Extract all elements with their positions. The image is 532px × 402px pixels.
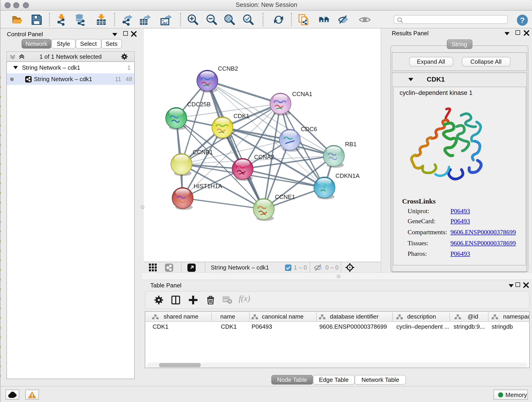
svg-text:RB1: RB1 [345,141,357,148]
svg-text:?: ? [520,16,525,25]
svg-text:CCNB2: CCNB2 [218,65,238,72]
svg-text:CCNA2: CCNA2 [254,153,274,160]
svg-text:CDC25B: CDC25B [187,101,211,108]
svg-text:HIST1H1A: HIST1H1A [194,183,222,190]
svg-text:CCNA1: CCNA1 [292,90,312,97]
svg-text:CCNE1: CCNE1 [275,193,295,200]
svg-text:CCNB1: CCNB1 [193,149,213,156]
svg-text:CDC6: CDC6 [301,126,317,133]
svg-text:CDKN1A: CDKN1A [336,172,360,179]
svg-text:CDK1: CDK1 [234,113,249,119]
